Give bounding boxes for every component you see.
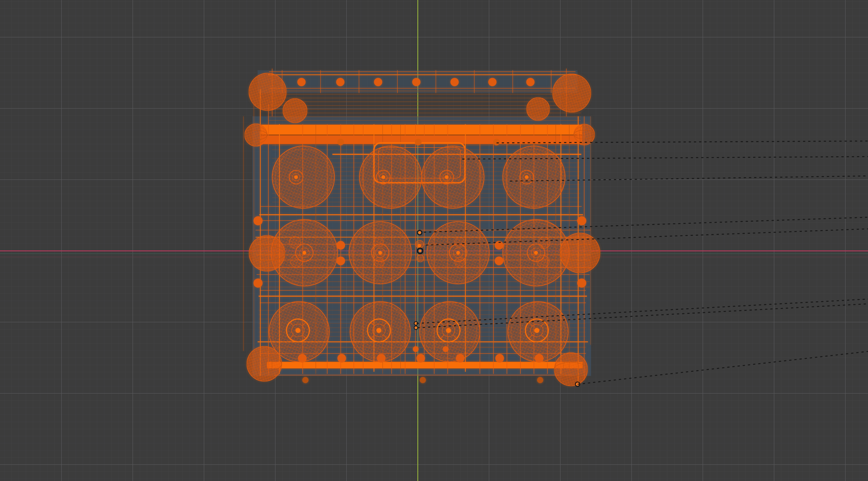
frame-beam <box>267 362 583 368</box>
rivet-dot <box>337 354 346 363</box>
corner-sphere-mesh <box>283 99 307 123</box>
rivet-dot <box>412 78 421 86</box>
rivet-dot <box>535 354 544 363</box>
rivet-dot <box>253 279 262 288</box>
rivet-dot <box>337 139 344 146</box>
wheel-mesh <box>503 146 565 208</box>
rivet-dot <box>493 139 500 146</box>
corner-sphere-mesh <box>249 73 286 110</box>
corner-sphere-mesh <box>553 74 591 112</box>
rivet-dot <box>451 78 459 86</box>
wheel-mesh <box>427 222 489 284</box>
wheel-mesh <box>350 301 410 362</box>
rivet-dot <box>374 78 382 86</box>
rivet-dot <box>495 354 504 363</box>
corner-sphere-mesh <box>527 98 550 121</box>
rivet-dot <box>413 346 418 352</box>
wheel-mesh <box>349 222 411 284</box>
3d-viewport[interactable] <box>0 0 868 481</box>
rivet-dot <box>577 279 586 288</box>
rivet-dot <box>336 78 344 86</box>
wheel-mesh <box>422 146 484 208</box>
wheel-mesh <box>360 146 422 208</box>
rivet-dot <box>416 354 425 363</box>
rivet-dot <box>443 346 448 352</box>
rivet-dot <box>298 354 307 363</box>
rivet-dot <box>420 377 426 383</box>
corner-sphere-mesh <box>574 124 595 145</box>
rivet-dot <box>456 354 465 363</box>
viewport-canvas[interactable] <box>0 0 868 481</box>
rivet-dot <box>537 377 543 383</box>
rivet-dot <box>336 256 345 265</box>
rivet-dot <box>302 377 309 383</box>
corner-sphere-mesh <box>247 346 282 381</box>
rivet-dot <box>253 216 262 225</box>
wheel-mesh <box>269 301 329 362</box>
wheel-mesh <box>508 301 568 362</box>
rivet-dot <box>495 256 503 265</box>
corner-sphere-mesh <box>554 353 588 386</box>
rivet-dot <box>577 216 586 225</box>
rivet-dot <box>377 354 385 363</box>
wheel-mesh <box>272 146 335 208</box>
small-mesh-blob <box>417 255 424 262</box>
rivet-dot <box>336 241 345 250</box>
rivet-dot <box>526 78 534 86</box>
rivet-dot <box>417 244 421 248</box>
rivet-dot <box>488 78 497 86</box>
corner-sphere-mesh <box>249 235 285 271</box>
rivet-dot <box>297 78 306 86</box>
wheel-mesh <box>420 301 480 362</box>
rivet-dot <box>415 139 422 146</box>
corner-sphere-mesh <box>245 124 267 146</box>
